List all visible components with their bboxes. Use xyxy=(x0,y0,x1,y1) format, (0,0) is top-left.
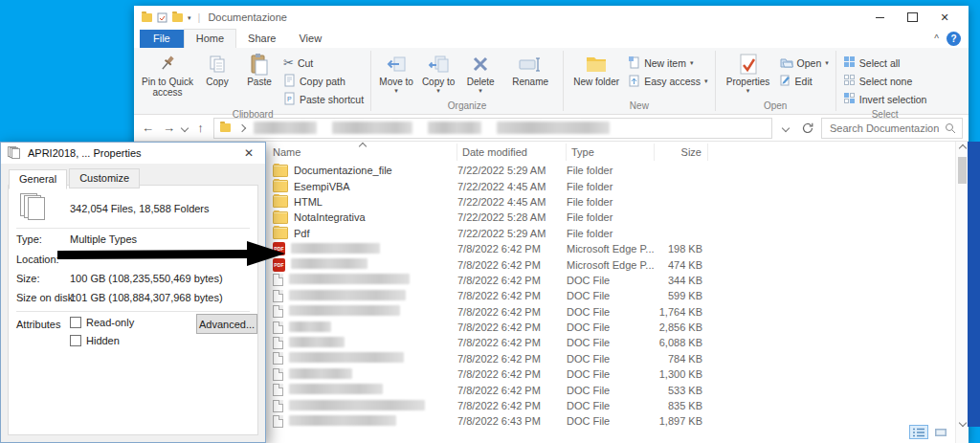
file-name xyxy=(291,243,380,255)
table-row[interactable]: 7/8/2022 6:42 PM DOC File 2,856 KB xyxy=(268,320,955,335)
file-name-cell xyxy=(268,352,457,365)
collapse-ribbon-icon[interactable]: ^ xyxy=(934,33,939,44)
tab-share[interactable]: Share xyxy=(236,30,287,48)
scrollbar-thumb[interactable] xyxy=(958,157,967,184)
dialog-close-button[interactable]: ✕ xyxy=(239,146,258,160)
type-cell: DOC File xyxy=(567,368,655,380)
table-row[interactable]: 7/8/2022 6:42 PM DOC File 1,300 KB xyxy=(268,366,955,382)
address-blur-segments xyxy=(254,122,610,134)
copy-path-button[interactable]: Copy path xyxy=(280,72,367,90)
chevron-down-icon xyxy=(782,123,790,131)
table-row[interactable]: EsempiVBA 7/22/2022 4:45 AM File folder xyxy=(268,178,955,193)
open-button[interactable]: Open ▾ xyxy=(777,54,832,72)
table-row[interactable]: HTML 7/22/2022 4:45 AM File folder xyxy=(268,194,955,210)
minimize-button[interactable] xyxy=(863,7,896,28)
table-row[interactable]: PDF 7/8/2022 6:42 PM Microsoft Edge P...… xyxy=(268,241,955,256)
table-row[interactable]: Documentazione_file 7/22/2022 5:29 AM Fi… xyxy=(268,163,955,178)
dialog-title: APRI2018, ... Properties xyxy=(28,147,142,159)
table-row[interactable]: 7/8/2022 6:42 PM DOC File 344 KB xyxy=(268,273,955,288)
recent-locations-chevron-icon[interactable] xyxy=(181,123,189,131)
table-row[interactable]: NotaIntegrativa 7/22/2022 5:28 AM File f… xyxy=(268,210,955,225)
general-tab-page: 342,054 Files, 18,588 Folders Type: Mult… xyxy=(8,185,258,435)
up-button[interactable]: ↑ xyxy=(192,121,209,135)
dropdown-caret-icon: ▾ xyxy=(479,87,482,94)
size-value: 100 GB (108,235,550,469 bytes) xyxy=(70,273,223,284)
paste-button[interactable]: Paste xyxy=(238,51,280,108)
table-row[interactable]: 7/8/2022 6:42 PM DOC File 533 KB xyxy=(268,382,955,397)
properties-check-icon[interactable] xyxy=(157,12,167,23)
new-item-button[interactable]: New item ▾ xyxy=(625,54,710,72)
copy-to-button[interactable]: Copy to ▾ xyxy=(417,51,459,100)
scroll-up-icon[interactable] xyxy=(959,144,967,152)
paste-shortcut-button[interactable]: P Paste shortcut xyxy=(280,90,367,108)
forward-button[interactable]: → xyxy=(161,121,177,135)
table-row[interactable]: 7/8/2022 6:42 PM DOC File 6,088 KB xyxy=(268,335,955,350)
move-to-button[interactable]: Move to ▾ xyxy=(375,51,417,100)
type-label: Type: xyxy=(16,233,42,245)
new-folder-button[interactable]: New folder xyxy=(568,51,625,100)
advanced-button[interactable]: Advanced... xyxy=(196,314,257,334)
tab-customize[interactable]: Customize xyxy=(69,168,140,188)
table-row[interactable]: Pdf 7/22/2022 5:29 AM File folder xyxy=(268,226,955,241)
table-row[interactable]: 7/8/2022 6:42 PM DOC File 1,764 KB xyxy=(268,304,955,320)
column-header-type[interactable]: Type xyxy=(567,144,655,161)
invert-selection-button[interactable]: Invert selection xyxy=(840,90,930,108)
tab-home[interactable]: Home xyxy=(184,29,236,48)
search-input[interactable] xyxy=(828,122,941,135)
list-header: Name Date modified Type Size xyxy=(268,142,955,163)
dropdown-caret-icon: ▾ xyxy=(746,87,750,94)
cut-button[interactable]: ✂ Cut xyxy=(280,54,367,72)
scroll-down-icon[interactable] xyxy=(959,419,967,427)
edit-button[interactable]: Edit xyxy=(777,72,832,90)
file-icon xyxy=(273,227,288,239)
table-row[interactable]: 7/8/2022 6:43 PM DOC File 1,897 KB xyxy=(268,413,955,429)
address-bar: ← → ↑ xyxy=(134,115,969,142)
qat-customize-caret-icon[interactable]: ▾ xyxy=(188,14,191,21)
vertical-scrollbar[interactable] xyxy=(955,142,969,443)
ribbon-group-select: Select all Select none Invert selection … xyxy=(837,48,933,114)
rename-button[interactable]: Rename xyxy=(501,51,559,100)
close-button[interactable]: ✕ xyxy=(928,7,961,28)
hidden-label: Hidden xyxy=(86,335,120,346)
type-cell: DOC File xyxy=(567,415,655,427)
button-label: Select none xyxy=(859,76,912,87)
group-label-new: New xyxy=(565,100,713,114)
select-all-button[interactable]: Select all xyxy=(840,54,930,72)
table-row[interactable]: 7/8/2022 6:42 PM DOC File 599 KB xyxy=(268,288,955,303)
thumbnail-view-button[interactable] xyxy=(931,425,950,439)
tab-view[interactable]: View xyxy=(287,30,333,48)
new-folder-qat-icon[interactable] xyxy=(172,13,183,22)
file-name xyxy=(289,274,410,286)
file-name-cell xyxy=(268,274,457,286)
file-icon xyxy=(273,352,283,365)
table-row[interactable]: 7/8/2022 6:42 PM DOC File 784 KB xyxy=(268,351,955,366)
details-view-button[interactable] xyxy=(909,425,928,439)
search-box[interactable] xyxy=(821,118,963,139)
column-header-size[interactable]: Size xyxy=(655,144,708,161)
maximize-button[interactable] xyxy=(896,7,928,28)
address-input[interactable] xyxy=(213,118,772,139)
refresh-button[interactable] xyxy=(799,118,816,139)
table-row[interactable]: PDF 7/8/2022 6:42 PM Microsoft Edge P...… xyxy=(268,256,955,272)
easy-access-button[interactable]: Easy access ▾ xyxy=(625,72,710,90)
column-header-date-modified[interactable]: Date modified xyxy=(457,144,567,161)
copy-button[interactable]: Copy xyxy=(196,51,238,108)
read-only-checkbox[interactable] xyxy=(70,317,81,328)
button-label: Delete xyxy=(467,77,495,87)
help-icon[interactable]: ? xyxy=(947,32,961,46)
address-dropdown-button[interactable] xyxy=(777,118,794,139)
size-cell: 835 KB xyxy=(655,400,708,411)
title-bar: ▾ | Documentazione ✕ xyxy=(134,6,969,29)
folder-icon[interactable] xyxy=(142,13,152,22)
pin-to-quick-access-button[interactable]: Pin to Quick access xyxy=(139,51,196,108)
type-cell: File folder xyxy=(567,196,655,208)
back-button[interactable]: ← xyxy=(140,121,156,135)
properties-button[interactable]: Properties ▾ xyxy=(720,51,777,100)
hidden-checkbox[interactable] xyxy=(70,335,81,346)
table-row[interactable]: 7/8/2022 6:42 PM DOC File 835 KB xyxy=(268,398,955,413)
select-none-button[interactable]: Select none xyxy=(840,72,930,90)
button-label: Copy to xyxy=(422,77,455,87)
delete-button[interactable]: Delete ▾ xyxy=(459,51,501,100)
tab-file[interactable]: File xyxy=(140,30,184,48)
tab-general[interactable]: General xyxy=(9,169,67,189)
